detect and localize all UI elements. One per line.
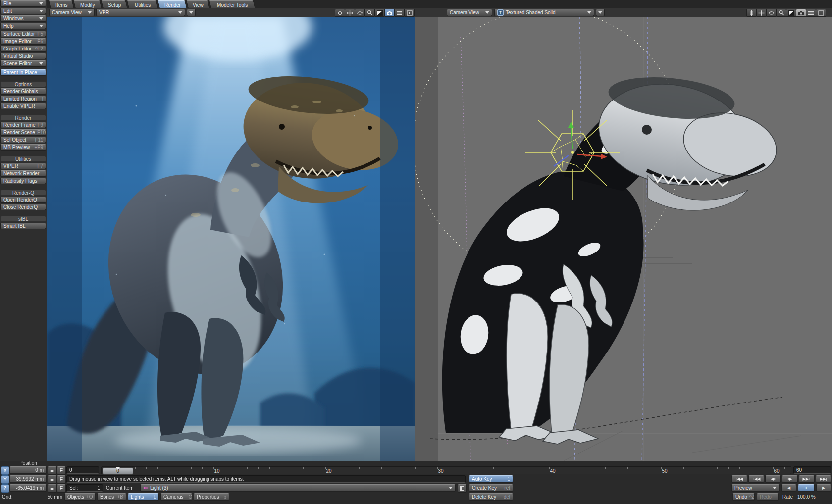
rotate-view-icon[interactable]: [766, 9, 777, 17]
frame-slider-track[interactable]: 10 20 30 40 50 60 0: [101, 466, 791, 474]
slider-pointer-icon: [116, 467, 120, 470]
play-reverse-button[interactable]: ◀: [781, 484, 796, 492]
zoom-view-icon[interactable]: [776, 9, 786, 17]
grid-value: 50 mm: [30, 493, 62, 501]
objects-mode-button[interactable]: Objects+O: [64, 493, 96, 501]
surface-editor-button[interactable]: Surface EditorF5: [0, 31, 46, 37]
item-properties-icon[interactable]: [458, 484, 467, 493]
properties-button[interactable]: Propertiesp: [194, 493, 229, 501]
right-viewport-shaded[interactable]: [415, 17, 832, 461]
image-editor-button[interactable]: Image EditorF6: [0, 38, 46, 45]
y-axis-badge[interactable]: Y: [1, 475, 9, 484]
create-key-button[interactable]: Create Keyret: [469, 484, 513, 492]
render-frame-button[interactable]: Render FrameF9: [0, 122, 46, 128]
render-scene-button[interactable]: Render SceneF10: [0, 129, 46, 136]
camera-icon[interactable]: [384, 9, 395, 17]
right-viewport-options-dropdown[interactable]: [596, 9, 605, 16]
render-globals-button[interactable]: Render Globals: [0, 88, 46, 95]
next-key-button[interactable]: ▶▶+: [799, 475, 815, 483]
delete-key-button[interactable]: Delete Keydel: [469, 493, 513, 501]
zoom-view-icon[interactable]: [364, 9, 375, 17]
right-view-mode-dropdown[interactable]: Camera View: [447, 9, 492, 16]
chevron-down-icon: [178, 11, 182, 14]
menu-help[interactable]: Help: [0, 23, 46, 29]
z-envelope-button[interactable]: E: [57, 484, 66, 493]
center-view-icon[interactable]: [746, 9, 757, 17]
y-envelope-button[interactable]: E: [57, 475, 66, 484]
scene-editor-button[interactable]: Scene Editor: [0, 60, 46, 67]
open-renderq-button[interactable]: Open RenderQ: [0, 197, 46, 203]
undo-button[interactable]: Undo^Z: [732, 493, 755, 501]
mb-preview-button[interactable]: MB Preview+F9: [0, 144, 46, 151]
opengl-scene: [415, 17, 832, 461]
z-spinner[interactable]: ◀▶: [48, 484, 57, 493]
y-value-field[interactable]: 39.9992 mm: [9, 475, 47, 483]
lightwave-layout-window: File Edit Windows Help Surface EditorF5 …: [0, 0, 832, 504]
viper-button[interactable]: VIPERF7: [0, 163, 46, 169]
menu-edit[interactable]: Edit: [0, 8, 46, 14]
camera-icon[interactable]: [796, 9, 806, 17]
rotate-view-icon[interactable]: [355, 9, 365, 17]
preview-dropdown[interactable]: Preview: [731, 484, 780, 492]
network-render-button[interactable]: Network Render: [0, 170, 46, 177]
smart-ibl-button[interactable]: Smart IBL: [0, 223, 46, 229]
viewport-menu-icon[interactable]: [806, 9, 816, 17]
viewport-split-icon[interactable]: [786, 9, 796, 17]
x-envelope-button[interactable]: E: [57, 466, 66, 475]
maximize-viewport-icon[interactable]: [404, 9, 415, 17]
maximize-viewport-icon[interactable]: [816, 9, 826, 17]
frame-slider-handle[interactable]: 0: [103, 467, 133, 475]
texture-mode-icon: T: [497, 9, 504, 16]
auto-key-button[interactable]: Auto Key+F1: [469, 475, 513, 483]
step-back-button[interactable]: ◀‖: [765, 475, 781, 483]
x-value-field[interactable]: 0 m: [9, 466, 47, 474]
sea-floor: [47, 426, 415, 461]
y-spinner[interactable]: ◀▶: [48, 475, 57, 484]
left-viewport-options-dropdown[interactable]: [187, 9, 196, 16]
center-view-icon[interactable]: [335, 9, 345, 17]
current-frame-field[interactable]: 0: [66, 466, 99, 474]
pan-view-icon[interactable]: [345, 9, 355, 17]
pause-button[interactable]: ‖: [798, 484, 815, 492]
enable-viper-button[interactable]: Enable VIPER: [0, 103, 46, 109]
graph-editor-button[interactable]: Graph Editor^F2: [0, 46, 46, 52]
limited-region-button[interactable]: Limited Regionl: [0, 96, 46, 102]
viewport-menu-icon[interactable]: [394, 9, 405, 17]
right-render-mode-dropdown[interactable]: T Textured Shaded Solid: [494, 9, 594, 16]
left-viewport-vpr[interactable]: [47, 17, 415, 461]
viewport-split-icon[interactable]: [374, 9, 385, 17]
pan-view-icon[interactable]: [756, 9, 767, 17]
virtual-studio-button[interactable]: Virtual Studio: [0, 53, 46, 59]
radiosity-flags-button[interactable]: Radiosity Flags: [0, 178, 46, 184]
parent-in-place-button[interactable]: Parent in Place: [0, 69, 46, 76]
camera-frame-edge: [415, 17, 438, 461]
sel-object-button[interactable]: Sel ObjectF11: [0, 137, 46, 143]
cameras-mode-button[interactable]: Cameras+C: [160, 493, 192, 501]
go-end-button[interactable]: ▶▶|: [816, 475, 831, 483]
end-frame-field[interactable]: 60: [793, 466, 831, 474]
x-spinner[interactable]: ◀▶: [48, 466, 57, 475]
menu-file[interactable]: File: [0, 0, 46, 7]
play-button[interactable]: ▶: [816, 484, 831, 492]
go-start-button[interactable]: |◀◀: [731, 475, 747, 483]
section-render-q: Render-Q: [0, 190, 46, 196]
selection-count-field: Sel:1: [66, 484, 103, 492]
current-item-dropdown[interactable]: Light (3): [140, 484, 456, 492]
menu-windows[interactable]: Windows: [0, 15, 46, 22]
x-axis-badge[interactable]: X: [1, 466, 9, 475]
chevron-down-icon: [773, 487, 777, 489]
redo-button[interactable]: Redo: [757, 493, 779, 501]
left-view-mode-dropdown[interactable]: Camera View: [49, 9, 95, 16]
step-forward-button[interactable]: ‖▶: [782, 475, 798, 483]
lights-mode-button[interactable]: Lights+L: [128, 493, 159, 501]
prev-key-button[interactable]: +◀◀: [748, 475, 764, 483]
rate-value: 100.0 %: [797, 493, 823, 501]
close-renderq-button[interactable]: Close RenderQ: [0, 204, 46, 210]
light-icon: [143, 486, 148, 490]
z-value-field[interactable]: -65.0419mm: [9, 484, 47, 492]
left-render-mode-dropdown[interactable]: VPR: [96, 9, 185, 16]
chevron-down-icon: [88, 11, 92, 14]
section-utilities: Utilities: [0, 156, 46, 162]
bones-mode-button[interactable]: Bones+B: [97, 493, 126, 501]
z-axis-badge[interactable]: Z: [1, 484, 9, 493]
